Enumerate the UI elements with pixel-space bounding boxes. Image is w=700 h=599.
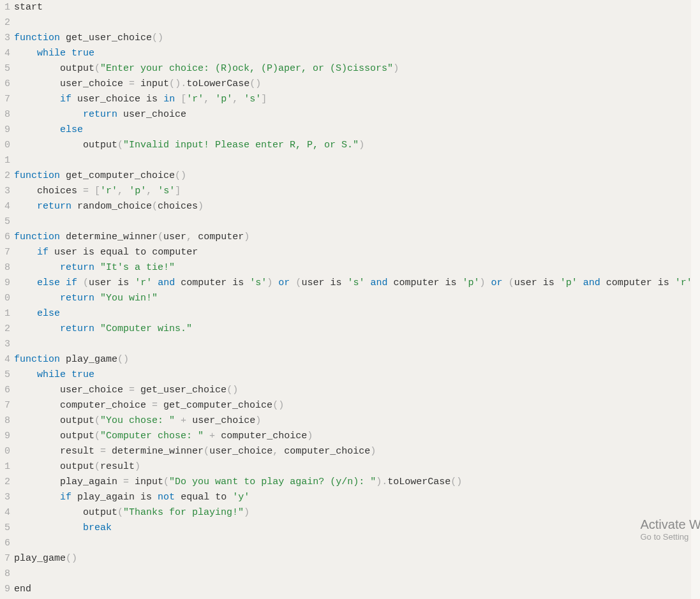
code-line[interactable]: output("You chose: " + user_choice)	[14, 413, 700, 429]
token-punc: (	[204, 446, 209, 457]
token-ident: is	[330, 277, 341, 288]
token-ident: determine_winner	[66, 232, 158, 242]
code-line[interactable]	[14, 214, 700, 230]
vertical-scrollbar[interactable]	[691, 0, 700, 599]
code-line[interactable]: else	[14, 306, 700, 322]
token-kw: else	[37, 277, 60, 288]
token-sp	[106, 446, 112, 457]
code-line[interactable]: function play_game()	[14, 352, 700, 367]
token-sp	[14, 201, 37, 212]
token-sp	[77, 186, 83, 196]
code-editor[interactable]: 123456789012345678901234567890123456789 …	[0, 0, 700, 599]
code-line[interactable]: user_choice = input().toLowerCase()	[14, 77, 700, 92]
token-sp	[186, 415, 192, 426]
token-ident: is	[146, 94, 158, 105]
token-sp	[71, 201, 77, 212]
code-line[interactable]: function get_computer_choice()	[14, 168, 700, 184]
token-sp	[71, 94, 77, 105]
token-ident: computer_choice	[60, 400, 146, 411]
token-punc: (	[175, 170, 181, 181]
scrollbar-thumb[interactable]	[692, 322, 699, 341]
line-number: 8	[0, 566, 10, 582]
line-number: 9	[0, 429, 10, 444]
token-ident: computer_choice	[284, 446, 370, 457]
code-line[interactable]	[14, 15, 700, 31]
token-sp	[14, 78, 60, 89]
token-sp	[135, 492, 140, 503]
token-punc: (	[227, 385, 232, 396]
code-line[interactable]: output("Computer chose: " + computer_cho…	[14, 429, 700, 444]
line-number: 2	[0, 168, 10, 184]
code-line[interactable]: output("Invalid input! Please enter R, P…	[14, 138, 700, 153]
code-line[interactable]: while true	[14, 46, 700, 61]
token-punc: .	[181, 78, 186, 89]
token-ident: get_user_choice	[140, 385, 227, 396]
code-line[interactable]: user_choice = get_user_choice()	[14, 383, 700, 398]
code-line[interactable]: while true	[14, 367, 700, 383]
token-str: "Do you want to play again? (y/n): "	[169, 477, 376, 487]
code-line[interactable]: return "It's a tie!"	[14, 260, 700, 276]
token-kw: return	[60, 323, 94, 334]
token-punc: )	[123, 354, 129, 365]
token-sp	[77, 277, 83, 288]
code-line[interactable]: return "Computer wins."	[14, 322, 700, 337]
token-sp	[14, 431, 60, 441]
code-line[interactable]: computer_choice = get_computer_choice()	[14, 398, 700, 413]
token-punc: )	[393, 63, 399, 74]
token-punc: [	[181, 94, 186, 105]
code-line[interactable]	[14, 536, 700, 551]
code-line[interactable]: if user is equal to computer	[14, 245, 700, 260]
code-line[interactable]: result = determine_winner(user_choice, c…	[14, 444, 700, 459]
code-line[interactable]: function get_user_choice()	[14, 31, 700, 46]
token-punc: )	[244, 232, 249, 242]
token-kw: function	[14, 33, 60, 43]
code-line[interactable]: return "You win!"	[14, 291, 700, 306]
token-ident: output	[60, 431, 94, 441]
code-line[interactable]: play_game()	[14, 551, 700, 566]
code-line[interactable]: return random_choice(choices)	[14, 199, 700, 214]
token-sp	[14, 492, 60, 503]
token-ident: to	[135, 247, 146, 258]
code-line[interactable]	[14, 153, 700, 168]
line-number: 4	[0, 199, 10, 214]
line-number-gutter: 123456789012345678901234567890123456789	[0, 0, 14, 599]
code-line[interactable]: break	[14, 521, 700, 536]
code-line[interactable]: output("Thanks for playing!")	[14, 505, 700, 521]
token-sp	[14, 400, 60, 411]
token-punc: (	[83, 277, 89, 288]
token-ident: play_game	[14, 553, 66, 564]
code-line[interactable]: if play_again is not equal to 'y'	[14, 490, 700, 505]
code-line[interactable]: function determine_winner(user, computer…	[14, 230, 700, 245]
token-punc: )	[359, 140, 364, 151]
code-line[interactable]: choices = ['r', 'p', 's']	[14, 184, 700, 199]
code-line[interactable]	[14, 566, 700, 582]
token-sp	[60, 232, 66, 242]
code-line[interactable]: return user_choice	[14, 107, 700, 122]
code-line[interactable]: output(result)	[14, 459, 700, 475]
code-line[interactable]: else if (user is 'r' and computer is 's'…	[14, 276, 700, 291]
code-line[interactable]: output("Enter your choice: (R)ock, (P)ap…	[14, 61, 700, 77]
token-str: "You chose: "	[100, 415, 175, 426]
token-punc: )	[158, 33, 163, 43]
token-ident: output	[60, 461, 94, 472]
code-line[interactable]: start	[14, 0, 700, 15]
token-kw: if	[66, 277, 77, 288]
token-punc: (	[117, 354, 123, 365]
code-line[interactable]: end	[14, 582, 700, 597]
code-area[interactable]: startfunction get_user_choice() while tr…	[14, 0, 700, 599]
code-line[interactable]: if user_choice is in ['r', 'p', 's']	[14, 92, 700, 107]
token-sp	[14, 385, 60, 396]
line-number: 8	[0, 107, 10, 122]
token-kw: return	[37, 201, 71, 212]
code-line[interactable]	[14, 337, 700, 352]
code-line[interactable]: play_again = input("Do you want to play …	[14, 475, 700, 490]
token-punc: )	[175, 78, 181, 89]
token-sp	[14, 48, 37, 59]
token-str: "Invalid input! Please enter R, P, or S.…	[123, 140, 359, 151]
token-ident: to	[215, 492, 227, 503]
line-number: 8	[0, 260, 10, 276]
code-line[interactable]: else	[14, 122, 700, 138]
token-sp	[48, 247, 54, 258]
line-number: 1	[0, 153, 10, 168]
token-punc: ,	[204, 94, 209, 105]
